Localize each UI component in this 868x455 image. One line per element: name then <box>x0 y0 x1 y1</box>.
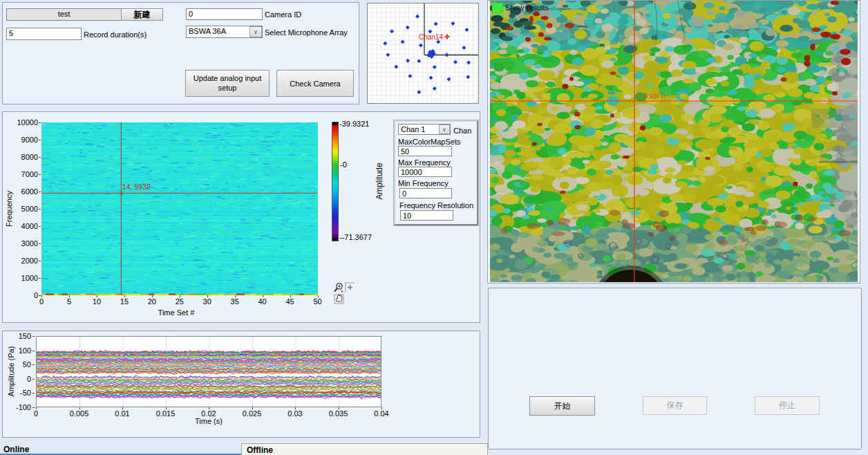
svg-text:Show results: Show results <box>505 3 549 12</box>
svg-text:Cursor 0: Cursor 0 <box>636 91 666 100</box>
svg-text:Chan14: Chan14 <box>419 33 443 41</box>
svg-text:14, 5932: 14, 5932 <box>122 183 151 191</box>
